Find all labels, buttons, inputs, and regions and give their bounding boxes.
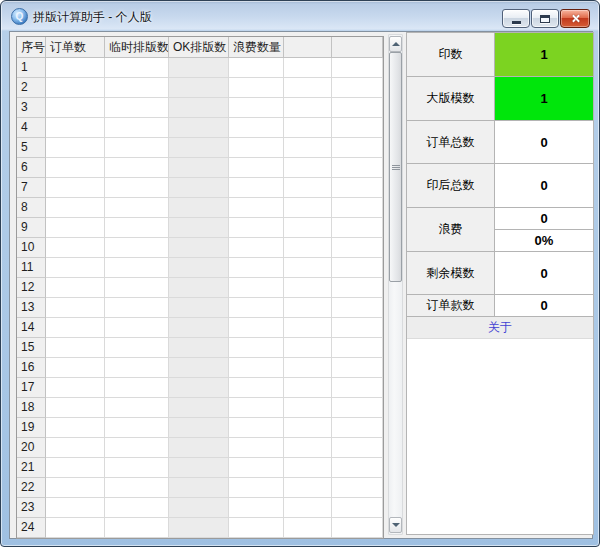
table-cell[interactable] <box>229 78 284 98</box>
table-cell[interactable] <box>46 378 105 398</box>
table-cell[interactable] <box>46 218 105 238</box>
scrollbar-thumb[interactable] <box>389 52 402 282</box>
table-cell[interactable] <box>229 478 284 498</box>
table-cell[interactable] <box>169 418 229 438</box>
table-cell[interactable] <box>229 218 284 238</box>
table-cell[interactable] <box>169 398 229 418</box>
table-cell[interactable] <box>229 98 284 118</box>
table-cell[interactable] <box>105 358 169 378</box>
table-cell[interactable] <box>332 198 383 218</box>
table-cell[interactable] <box>105 58 169 78</box>
table-cell[interactable] <box>284 58 332 78</box>
table-cell[interactable] <box>169 318 229 338</box>
table-cell[interactable] <box>229 438 284 458</box>
table-cell[interactable] <box>105 418 169 438</box>
titlebar[interactable]: Q 拼版计算助手 - 个人版 <box>1 1 599 31</box>
table-cell[interactable] <box>46 178 105 198</box>
table-cell[interactable] <box>105 378 169 398</box>
table-cell[interactable] <box>46 478 105 498</box>
table-cell[interactable] <box>46 238 105 258</box>
table-cell[interactable] <box>169 338 229 358</box>
table-cell[interactable] <box>284 298 332 318</box>
table-cell[interactable] <box>105 98 169 118</box>
table-cell[interactable] <box>332 378 383 398</box>
table-cell[interactable] <box>332 478 383 498</box>
table-cell[interactable] <box>46 398 105 418</box>
table-cell[interactable] <box>105 298 169 318</box>
table-cell[interactable] <box>332 438 383 458</box>
table-cell[interactable] <box>46 158 105 178</box>
table-cell[interactable] <box>229 498 284 518</box>
table-cell[interactable] <box>169 438 229 458</box>
table-cell[interactable] <box>229 158 284 178</box>
table-cell[interactable] <box>332 158 383 178</box>
table-cell[interactable] <box>332 278 383 298</box>
table-cell[interactable] <box>169 78 229 98</box>
table-cell[interactable] <box>284 518 332 538</box>
table-cell[interactable] <box>169 458 229 478</box>
table-cell[interactable] <box>229 178 284 198</box>
table-cell[interactable] <box>169 218 229 238</box>
table-cell[interactable] <box>284 118 332 138</box>
vertical-scrollbar[interactable] <box>388 34 403 535</box>
table-cell[interactable] <box>229 418 284 438</box>
minimize-button[interactable] <box>502 9 530 28</box>
table-cell[interactable] <box>169 378 229 398</box>
table-cell[interactable] <box>105 398 169 418</box>
table-cell[interactable] <box>169 258 229 278</box>
table-cell[interactable] <box>284 138 332 158</box>
table-cell[interactable] <box>284 278 332 298</box>
table-cell[interactable] <box>284 98 332 118</box>
table-cell[interactable] <box>284 418 332 438</box>
table-cell[interactable] <box>46 518 105 538</box>
table-cell[interactable] <box>284 318 332 338</box>
table-cell[interactable] <box>105 478 169 498</box>
about-link[interactable]: 关于 <box>407 317 593 339</box>
table-cell[interactable] <box>169 158 229 178</box>
table-cell[interactable] <box>105 238 169 258</box>
table-cell[interactable] <box>332 98 383 118</box>
table-cell[interactable] <box>332 358 383 378</box>
table-cell[interactable] <box>46 358 105 378</box>
table-cell[interactable] <box>284 438 332 458</box>
table-cell[interactable] <box>169 238 229 258</box>
table-cell[interactable] <box>229 238 284 258</box>
table-cell[interactable] <box>46 98 105 118</box>
table-cell[interactable] <box>46 338 105 358</box>
table-cell[interactable] <box>169 518 229 538</box>
table-cell[interactable] <box>229 378 284 398</box>
table-cell[interactable] <box>169 278 229 298</box>
table-cell[interactable] <box>229 518 284 538</box>
table-cell[interactable] <box>284 478 332 498</box>
table-cell[interactable] <box>332 458 383 478</box>
table-cell[interactable] <box>284 238 332 258</box>
table-cell[interactable] <box>332 58 383 78</box>
table-cell[interactable] <box>332 118 383 138</box>
table-cell[interactable] <box>46 298 105 318</box>
table-cell[interactable] <box>105 218 169 238</box>
table-cell[interactable] <box>332 318 383 338</box>
table-cell[interactable] <box>105 198 169 218</box>
table-cell[interactable] <box>46 118 105 138</box>
table-cell[interactable] <box>284 378 332 398</box>
table-cell[interactable] <box>284 178 332 198</box>
table-cell[interactable] <box>332 178 383 198</box>
table-cell[interactable] <box>46 78 105 98</box>
table-cell[interactable] <box>46 438 105 458</box>
table-cell[interactable] <box>229 118 284 138</box>
table-cell[interactable] <box>332 78 383 98</box>
table-cell[interactable] <box>46 58 105 78</box>
table-cell[interactable] <box>332 418 383 438</box>
table-cell[interactable] <box>46 198 105 218</box>
table-cell[interactable] <box>169 298 229 318</box>
table-cell[interactable] <box>169 178 229 198</box>
table-cell[interactable] <box>284 458 332 478</box>
table-cell[interactable] <box>105 438 169 458</box>
table-cell[interactable] <box>332 298 383 318</box>
table-cell[interactable] <box>284 358 332 378</box>
table-cell[interactable] <box>284 158 332 178</box>
table-cell[interactable] <box>46 498 105 518</box>
table-cell[interactable] <box>46 458 105 478</box>
maximize-button[interactable] <box>531 9 559 28</box>
table-cell[interactable] <box>46 318 105 338</box>
